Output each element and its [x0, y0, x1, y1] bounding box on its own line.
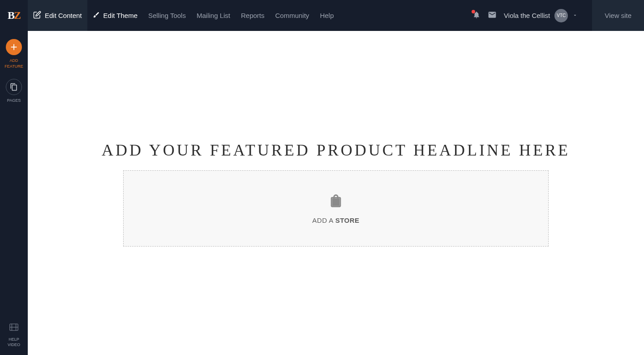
nav-community[interactable]: Community: [270, 0, 315, 31]
nav-item-label: Mailing List: [197, 12, 230, 19]
avatar: VTC: [554, 9, 568, 22]
add-feature-button[interactable]: ADD FEATURE: [4, 39, 23, 69]
logo-text: BZ: [8, 9, 20, 22]
film-icon: [9, 322, 19, 334]
envelope-icon: [488, 10, 497, 21]
notifications-button[interactable]: [472, 11, 481, 21]
featured-product-headline[interactable]: ADD YOUR FEATURED PRODUCT HEADLINE HERE: [102, 141, 570, 160]
sidebar-label: HELP VIDEO: [8, 337, 20, 348]
help-video-button[interactable]: HELP VIDEO: [8, 322, 20, 348]
nav-edit-content[interactable]: Edit Content: [28, 0, 87, 31]
messages-button[interactable]: [488, 10, 497, 21]
brush-icon: [93, 11, 100, 20]
nav-mailing-list[interactable]: Mailing List: [191, 0, 236, 31]
nav-edit-theme[interactable]: Edit Theme: [87, 0, 143, 31]
logo[interactable]: BZ: [0, 0, 28, 31]
nav-item-label: Community: [275, 12, 309, 19]
pages-button[interactable]: PAGES: [6, 79, 22, 104]
nav-items: Edit Content Edit Theme Selling Tools Ma…: [28, 0, 472, 31]
chevron-down-icon: [572, 12, 578, 19]
add-store-text: ADD A STORE: [312, 216, 359, 224]
shopping-bag-icon: [328, 193, 343, 210]
nav-item-label: Edit Content: [45, 12, 82, 19]
nav-reports[interactable]: Reports: [236, 0, 270, 31]
main-canvas: ADD YOUR FEATURED PRODUCT HEADLINE HERE …: [28, 31, 644, 355]
nav-help[interactable]: Help: [314, 0, 339, 31]
nav-item-label: Help: [320, 12, 334, 19]
nav-item-label: Selling Tools: [148, 12, 186, 19]
sidebar-label: PAGES: [7, 98, 21, 104]
top-nav: BZ Edit Content Edit Theme Selling Tools: [0, 0, 644, 31]
view-site-button[interactable]: View site: [592, 0, 644, 31]
nav-item-label: Reports: [241, 12, 265, 19]
user-name: Viola the Cellist: [504, 12, 550, 19]
user-menu[interactable]: Viola the Cellist VTC: [504, 9, 585, 22]
nav-item-label: Edit Theme: [103, 12, 137, 19]
nav-selling-tools[interactable]: Selling Tools: [143, 0, 191, 31]
add-store-placeholder[interactable]: ADD A STORE: [123, 170, 549, 247]
pages-icon: [6, 79, 22, 95]
left-sidebar: ADD FEATURE PAGES HELP VIDEO: [0, 31, 28, 355]
notification-dot: [472, 10, 475, 13]
edit-icon: [33, 11, 41, 20]
sidebar-label: ADD FEATURE: [4, 58, 23, 69]
view-site-label: View site: [605, 12, 631, 19]
plus-icon: [6, 39, 22, 55]
nav-right: Viola the Cellist VTC View site: [472, 0, 644, 31]
